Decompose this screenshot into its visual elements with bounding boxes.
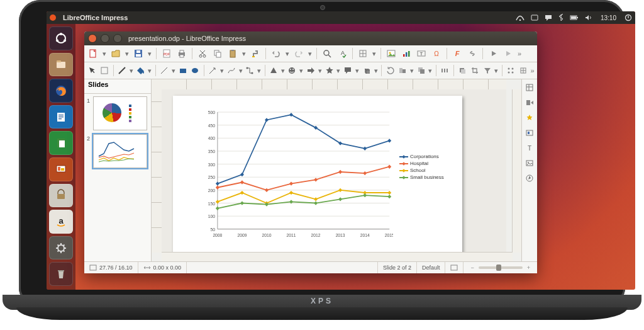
launcher-files[interactable] — [49, 53, 73, 77]
select-tool[interactable] — [87, 64, 97, 77]
line-color-button[interactable] — [117, 64, 128, 77]
insert-textbox-button[interactable]: T — [415, 47, 428, 60]
redo-dropdown-icon[interactable]: ▾ — [308, 50, 313, 58]
battery-indicator-icon[interactable] — [567, 14, 582, 21]
filter-dropdown-icon[interactable]: ▾ — [494, 67, 499, 75]
launcher-writer[interactable] — [49, 105, 73, 129]
arrow-line-tool[interactable] — [208, 64, 218, 77]
stars-tool[interactable] — [324, 64, 335, 77]
find-button[interactable] — [321, 47, 333, 60]
window-maximize-button[interactable] — [113, 34, 122, 43]
align-objects-button[interactable] — [397, 64, 408, 77]
sound-indicator-icon[interactable] — [582, 14, 596, 21]
zoom-slider[interactable]: − + — [464, 262, 537, 273]
insert-chart-button[interactable] — [400, 47, 413, 60]
insert-hyperlink-button[interactable] — [466, 47, 479, 60]
line-chart[interactable]: 5010015020025030035040045050020082009201… — [199, 108, 393, 242]
distribute-button[interactable] — [440, 64, 450, 77]
sidebar-styles-icon[interactable]: T — [524, 142, 535, 154]
paste-button[interactable] — [226, 47, 239, 60]
align-dropdown-icon[interactable]: ▾ — [410, 67, 414, 75]
block-arrows-tool[interactable] — [306, 64, 316, 77]
rectangle-tool[interactable] — [177, 64, 188, 77]
vertical-ruler[interactable] — [152, 89, 162, 253]
sidebar-animation-icon[interactable] — [524, 112, 535, 123]
callouts-dropdown-icon[interactable]: ▾ — [355, 67, 360, 75]
window-titlebar[interactable]: presentation.odp - LibreOffice Impress — [84, 31, 537, 45]
insert-special-char-button[interactable]: Ω — [430, 47, 443, 60]
zoom-tool[interactable] — [99, 64, 110, 77]
ubuntu-bfb-icon[interactable] — [47, 11, 59, 24]
insert-image-button[interactable] — [385, 47, 397, 60]
launcher-dash[interactable] — [49, 26, 73, 50]
launcher-impress[interactable] — [49, 157, 73, 181]
sidebar-navigator-icon[interactable] — [524, 173, 535, 184]
sidebar-master-slides-icon[interactable] — [524, 127, 535, 139]
toolbar-overflow-icon[interactable]: » — [517, 50, 522, 57]
symbol-shapes-tool[interactable] — [287, 64, 297, 77]
session-indicator-icon[interactable] — [621, 14, 635, 21]
block-arrows-dropdown-icon[interactable]: ▾ — [318, 67, 322, 75]
print-button[interactable] — [175, 47, 188, 60]
clock-indicator[interactable]: 13:10 — [596, 14, 621, 21]
crop-button[interactable] — [469, 64, 480, 77]
connector-dropdown-icon[interactable]: ▾ — [257, 67, 262, 75]
undo-dropdown-icon[interactable]: ▾ — [285, 50, 290, 58]
launcher-amazon[interactable]: a — [49, 210, 73, 234]
curve-tool[interactable] — [226, 64, 236, 77]
language-indicator-icon[interactable] — [528, 14, 541, 21]
copy-button[interactable] — [211, 47, 224, 60]
line-dropdown-icon[interactable]: ▾ — [171, 67, 175, 75]
fill-color-dropdown-icon[interactable]: ▾ — [148, 67, 152, 75]
grid-dropdown-icon[interactable]: ▾ — [372, 50, 377, 58]
export-pdf-button[interactable]: PDF — [160, 47, 173, 60]
insert-fontwork-button[interactable]: F — [451, 47, 464, 60]
save-dropdown-icon[interactable]: ▾ — [147, 50, 152, 58]
3d-objects-tool[interactable] — [361, 64, 372, 77]
vertical-scrollbar[interactable] — [512, 89, 521, 253]
rotate-button[interactable] — [385, 64, 396, 77]
symbol-shapes-dropdown-icon[interactable]: ▾ — [299, 67, 304, 75]
open-button[interactable] — [109, 47, 122, 60]
line-color-dropdown-icon[interactable]: ▾ — [129, 67, 133, 75]
basic-shapes-dropdown-icon[interactable]: ▾ — [280, 67, 285, 75]
slide-canvas[interactable]: 5010015020025030035040045050020082009201… — [162, 89, 506, 253]
sidebar-gallery-icon[interactable] — [524, 157, 535, 169]
line-tool[interactable] — [159, 64, 170, 77]
network-indicator-icon[interactable] — [513, 14, 528, 21]
toolbar2-overflow-icon[interactable]: » — [530, 67, 535, 74]
slide-show-first-button[interactable] — [487, 47, 499, 60]
clone-format-button[interactable] — [249, 47, 262, 60]
slide-thumb-1[interactable]: 1 — [87, 96, 148, 130]
save-button[interactable] — [132, 47, 145, 60]
new-button[interactable] — [87, 47, 99, 60]
arrange-button[interactable] — [416, 64, 426, 77]
ellipse-tool[interactable] — [190, 64, 201, 77]
messages-indicator-icon[interactable] — [541, 14, 555, 21]
redo-button[interactable] — [292, 47, 305, 60]
callouts-tool[interactable] — [343, 64, 353, 77]
window-minimize-button[interactable] — [101, 34, 109, 43]
slide-show-current-button[interactable] — [502, 47, 514, 60]
connector-tool[interactable] — [245, 64, 255, 77]
new-dropdown-icon[interactable]: ▾ — [102, 50, 107, 58]
spellcheck-button[interactable]: A — [336, 47, 348, 60]
curve-dropdown-icon[interactable]: ▾ — [238, 67, 243, 75]
zoom-fit-button[interactable] — [445, 262, 464, 273]
toggle-extrusion-button[interactable] — [518, 64, 528, 77]
basic-shapes-tool[interactable] — [268, 64, 279, 77]
window-close-button[interactable] — [88, 34, 97, 43]
3d-dropdown-icon[interactable]: ▾ — [374, 67, 378, 75]
undo-button[interactable] — [270, 47, 282, 60]
shadow-button[interactable] — [457, 64, 467, 77]
horizontal-ruler[interactable] — [162, 79, 506, 90]
arrow-dropdown-icon[interactable]: ▾ — [220, 67, 225, 75]
display-grid-button[interactable] — [357, 47, 369, 60]
open-dropdown-icon[interactable]: ▾ — [125, 50, 130, 58]
launcher-settings[interactable] — [49, 236, 73, 260]
stars-dropdown-icon[interactable]: ▾ — [336, 67, 341, 75]
cut-button[interactable] — [196, 47, 209, 60]
bluetooth-indicator-icon[interactable] — [555, 14, 567, 21]
arrange-dropdown-icon[interactable]: ▾ — [428, 67, 433, 75]
launcher-calc[interactable] — [49, 131, 73, 155]
